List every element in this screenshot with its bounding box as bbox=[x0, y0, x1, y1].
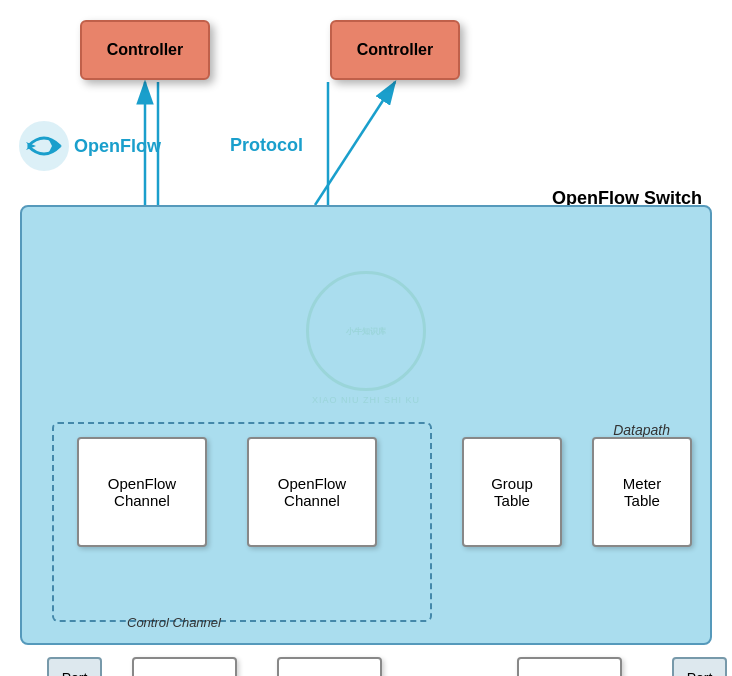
port-top-left: Port bbox=[47, 657, 102, 676]
meter-table: MeterTable bbox=[592, 437, 692, 547]
datapath-label: Datapath bbox=[613, 422, 670, 438]
meter-table-label: MeterTable bbox=[623, 475, 661, 509]
channel-right: OpenFlowChannel bbox=[247, 437, 377, 547]
control-channel-label: Control Channel bbox=[127, 615, 221, 630]
diagram-container: Controller Controller OpenFlow Protocol … bbox=[0, 0, 732, 676]
openflow-logo: OpenFlow bbox=[18, 120, 161, 172]
protocol-text: Protocol bbox=[230, 135, 303, 156]
controller-right: Controller bbox=[330, 20, 460, 80]
openflow-logo-icon bbox=[18, 120, 70, 172]
channel-left: OpenFlowChannel bbox=[77, 437, 207, 547]
openflow-text: OpenFlow bbox=[74, 136, 161, 157]
channel-right-label: OpenFlowChannel bbox=[278, 475, 346, 509]
svg-line-5 bbox=[315, 82, 395, 205]
switch-box: Datapath Control Channel OpenFlowChannel… bbox=[20, 205, 712, 645]
port-top-right: Port bbox=[672, 657, 727, 676]
flow-table-1: FlowTable bbox=[132, 657, 237, 676]
controller-left: Controller bbox=[80, 20, 210, 80]
flow-table-2: FlowTable bbox=[277, 657, 382, 676]
flow-table-3: FlowTable bbox=[517, 657, 622, 676]
channel-left-label: OpenFlowChannel bbox=[108, 475, 176, 509]
group-table: GroupTable bbox=[462, 437, 562, 547]
group-table-label: GroupTable bbox=[491, 475, 533, 509]
